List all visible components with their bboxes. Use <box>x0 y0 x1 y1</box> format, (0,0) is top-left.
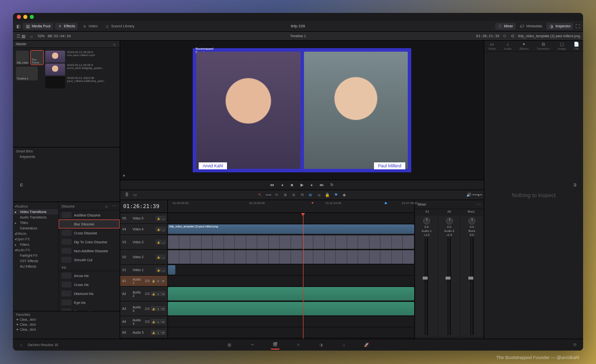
maximize-icon[interactable] <box>30 15 34 19</box>
tab-effects[interactable]: ✦Effects <box>520 42 528 50</box>
toolbox-header[interactable]: ▾Toolbox <box>13 204 58 209</box>
audio-clip[interactable] <box>168 302 414 315</box>
effects-button[interactable]: ✦Effects <box>55 23 78 30</box>
timeline-ruler[interactable]: 01:00:00:00 01:15:56:00 01:31:52:00 01:4… <box>168 200 414 213</box>
overwrite-icon[interactable]: ⊖ <box>290 192 297 199</box>
replace-icon[interactable]: ⟲ <box>298 192 305 199</box>
cat-audiofx[interactable]: ▾Audio FX <box>13 247 58 253</box>
media-thumbnail[interactable]: tbfp_video... <box>16 51 29 65</box>
last-frame-button[interactable]: ⏭ <box>318 182 325 189</box>
preview-frame[interactable]: BootstrappedFounder Arvid Kahl Paul Mill… <box>193 48 411 172</box>
blade-tool-icon[interactable]: ✂ <box>273 192 280 199</box>
fx-dip-to-color[interactable]: Dip To Color Dissolve <box>59 237 120 246</box>
fx-cross-iris[interactable]: Cross Iris <box>59 280 120 289</box>
page-fairlight[interactable]: ♫ <box>339 341 348 350</box>
zoom-slider[interactable]: ━━●━ <box>474 192 481 199</box>
favorite-item[interactable]: ✦ Clea...hird <box>16 327 117 332</box>
mark-in-icon[interactable]: ⊏ <box>18 182 25 189</box>
mixer-button[interactable]: ⎍Mixer <box>495 23 516 30</box>
page-media[interactable]: ▦ <box>225 341 234 350</box>
marker-icon[interactable]: ◆ <box>384 201 387 205</box>
loop-button[interactable]: ↻ <box>328 182 335 189</box>
media-row[interactable]: 2023-06-12 00:00:0nrto paul millerd.mp4 <box>45 51 117 63</box>
more-icon[interactable]: ⋯ <box>476 202 481 207</box>
trim-tool-icon[interactable]: ⟷ <box>265 192 272 199</box>
search-icon[interactable]: ⌕ <box>29 34 34 39</box>
stacked-icon[interactable]: ▭ <box>132 192 139 199</box>
playhead[interactable] <box>303 213 303 339</box>
fx-diamond-iris[interactable]: Diamond Iris <box>59 289 120 298</box>
minimize-icon[interactable] <box>23 15 27 19</box>
fullscreen-icon[interactable]: ⛶ <box>575 24 580 29</box>
fx-non-additive[interactable]: Non-Additive Dissolve <box>59 246 120 255</box>
cat-audio-transitions[interactable]: Audio Transitions <box>13 215 58 220</box>
lock-track-icon[interactable]: 🔒 <box>156 216 160 220</box>
close-icon[interactable] <box>17 15 21 19</box>
video-clip[interactable] <box>168 265 175 275</box>
more-icon[interactable]: ⋯ <box>112 204 117 209</box>
audio-icon[interactable]: 🔊 <box>465 192 472 199</box>
timecode-display[interactable]: 01:26:21:39 <box>120 200 168 213</box>
cat-titles[interactable]: ▸Titles <box>13 220 58 225</box>
cat-effects[interactable]: ▸Effects <box>13 231 58 236</box>
fader[interactable] <box>470 237 471 335</box>
favorite-item[interactable]: ✦ Clea...hird <box>16 317 117 322</box>
grid-view-icon[interactable]: ▦ <box>21 34 26 39</box>
video-clip[interactable] <box>168 235 414 249</box>
home-button[interactable]: ⌂ <box>17 341 26 350</box>
favorite-item[interactable]: ✦ Clea...hird <box>16 322 117 327</box>
media-pool-button[interactable]: ▦Media Pool <box>23 23 53 30</box>
inspector-button[interactable]: ◑Inspector <box>546 23 573 30</box>
page-fusion[interactable]: ⚛ <box>294 341 302 350</box>
loop-icon[interactable]: ⟲ <box>510 34 515 39</box>
sound-library-button[interactable]: ♫Sound Library <box>102 23 137 30</box>
page-color[interactable]: ◑ <box>316 341 325 350</box>
timeline-name[interactable]: Timeline 1 <box>290 34 306 38</box>
cat-video-transitions[interactable]: ▸Video Transitions <box>13 209 58 215</box>
page-cut[interactable]: ✂ <box>248 341 257 350</box>
fx-arrow-iris[interactable]: Arrow Iris <box>59 271 120 280</box>
fx-blur-dissolve[interactable]: Blur Dissolve <box>59 219 120 228</box>
mark-out-icon[interactable]: ⊐ <box>571 182 578 189</box>
index-button[interactable]: ≡Index <box>79 23 100 30</box>
pan-knob[interactable] <box>423 218 430 224</box>
fx-additive-dissolve[interactable]: Additive Dissolve <box>59 211 120 219</box>
audio-clip[interactable] <box>168 287 414 300</box>
cat-fairlight[interactable]: Fairlight FX <box>13 253 58 258</box>
in-point-icon[interactable]: ▸ <box>123 173 126 178</box>
disable-track-icon[interactable]: ◻ <box>161 216 165 220</box>
tab-transition[interactable]: ⧉Transition <box>537 42 550 50</box>
pan-knob[interactable] <box>468 218 475 224</box>
link-icon[interactable]: ⧉ <box>307 192 314 199</box>
cat-generators[interactable]: Generators <box>13 225 58 231</box>
cat-au[interactable]: AU Effects <box>13 264 58 269</box>
next-frame-button[interactable]: ▸ <box>308 182 315 189</box>
video-clip[interactable]: tbfp_video_template (2) paul millerd.png <box>168 224 414 234</box>
lock-icon[interactable]: 🔒 <box>324 192 331 199</box>
insert-icon[interactable]: ⊕ <box>282 192 289 199</box>
page-edit[interactable]: 🎬 <box>271 341 280 350</box>
marker-icon[interactable]: ▼ <box>311 201 314 205</box>
fx-hexagon-iris[interactable]: Hexagon Iris <box>59 307 120 311</box>
tab-video[interactable]: ▭Video <box>488 42 496 50</box>
play-button[interactable]: ▶ <box>298 182 305 189</box>
cat-filters[interactable]: ▸Filters <box>13 242 58 247</box>
tab-image[interactable]: ▢Image <box>558 42 566 50</box>
page-deliver[interactable]: 🚀 <box>362 341 371 350</box>
snap-icon[interactable]: ⧈ <box>315 192 322 199</box>
fx-smooth-cut[interactable]: Smooth Cut <box>59 255 120 264</box>
first-frame-button[interactable]: ⏮ <box>269 182 276 189</box>
cat-vst[interactable]: VST Effects <box>13 258 58 264</box>
cat-openfx[interactable]: ▾Open FX <box>13 236 58 242</box>
settings-button[interactable]: ⚙ <box>570 341 579 350</box>
tab-file[interactable]: 📄File <box>574 42 579 50</box>
tab-audio[interactable]: ♪Audio <box>504 42 512 50</box>
keywords-bin[interactable]: Keywords <box>16 155 117 158</box>
search-icon[interactable]: ⌕ <box>112 42 117 47</box>
list-view-icon[interactable]: ☰ <box>16 34 21 39</box>
media-row[interactable]: 2023-06-12 00:00:0arvid_kahl-3k0jg4g_par… <box>45 64 117 75</box>
timeline-options-icon[interactable]: ≣ <box>123 192 130 199</box>
fx-cross-dissolve[interactable]: Cross Dissolve <box>59 228 120 237</box>
prev-frame-button[interactable]: ◂ <box>279 182 286 189</box>
bypass-icon[interactable]: ⦸ <box>502 34 507 39</box>
